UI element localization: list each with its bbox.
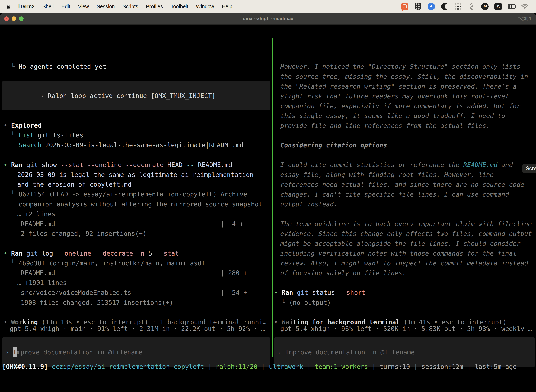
zoom-button[interactable]: [19, 16, 24, 21]
terminal-line: src/voice/voiceModeEnabled.ts: [21, 288, 131, 298]
menu-item-toolbelt[interactable]: Toolbelt: [167, 4, 192, 9]
iterm-window: omx --xhigh --madmax ⌥⌘1 › Ralph loop ac…: [0, 13, 536, 392]
menu-item-session[interactable]: Session: [93, 4, 119, 9]
terminal-line: … +2 lines: [17, 209, 55, 219]
window-shortcut: ⌥⌘1: [518, 16, 531, 22]
badge-icon-circle: [428, 3, 435, 10]
terminal-line: └ 067f154 (HEAD -> essay/ai-reimplementa…: [11, 189, 247, 199]
terminal-line: the "Related research writing" section i…: [280, 81, 517, 91]
chat-icon-box: [401, 3, 408, 10]
omx-status-line: [OMX#0.11.9] cczip/essay/ai-reimplementa…: [2, 362, 517, 372]
terminal-line: might be acceptable alongside the file l…: [280, 239, 520, 248]
menu-item-view[interactable]: View: [74, 4, 93, 9]
left-pane-status: gpt-5.4 xhigh · main · 91% left · 2.31M …: [10, 324, 265, 334]
terminal-line: slight risk that future readers may over…: [280, 91, 509, 101]
terminal-line: provide file and line references from th…: [280, 121, 490, 131]
chat-icon-tail: [402, 10, 404, 11]
left-input-placeholder: mprove documentation in @filename: [17, 347, 143, 357]
terminal-line: I could cite commit statistics or refere…: [280, 160, 513, 170]
window-title-bar[interactable]: omx --xhigh --madmax ⌥⌘1: [0, 13, 536, 25]
terminal-line: changes, I can't cite specific file line…: [280, 190, 509, 199]
menu-bar: iTerm2ShellEditViewSessionScriptsProfile…: [0, 0, 536, 13]
terminal-line: review. Also, I might want to inspect th…: [280, 258, 528, 268]
menu-item-help[interactable]: Help: [218, 4, 236, 9]
minimize-button[interactable]: [12, 16, 16, 21]
dots-grid-body: [455, 3, 462, 10]
battery-charging-icon[interactable]: [507, 2, 516, 10]
crescent-icon[interactable]: [441, 2, 449, 10]
right-input-chevron: ›: [274, 347, 285, 357]
terminal-line: the source tree, missing the essay. Stil…: [280, 72, 528, 81]
menu-bar-left: iTerm2ShellEditViewSessionScriptsProfile…: [0, 3, 236, 10]
battery-level: [508, 5, 510, 8]
close-button[interactable]: [4, 16, 9, 21]
terminal-line: | 280 +: [220, 268, 247, 278]
terminal-line: references need actual files, and since …: [280, 180, 524, 190]
apple-menu-icon[interactable]: [6, 3, 12, 10]
terminal-line: └ (no output): [281, 298, 331, 308]
menu-items: iTerm2ShellEditViewSessionScriptsProfile…: [14, 4, 236, 9]
menu-item-shell[interactable]: Shell: [38, 4, 58, 9]
percent-circle-icon[interactable]: ..61: [481, 2, 489, 10]
pane-divider[interactable]: [272, 37, 273, 357]
terminal-line: • Explored: [4, 121, 42, 130]
terminal-line: | 4 +: [220, 219, 243, 229]
terminal-line: The team guideline is to back every impo…: [280, 219, 532, 229]
right-input-placeholder: Improve documentation in @filename: [285, 347, 415, 357]
letter-badge: A: [494, 3, 502, 10]
terminal-line: companion analysis without altering the …: [19, 199, 262, 209]
menu-item-profiles[interactable]: Profiles: [142, 4, 167, 9]
menu-item-iterm2[interactable]: iTerm2: [14, 4, 38, 9]
menu-item-edit[interactable]: Edit: [57, 4, 74, 9]
chat-icon-inner: [402, 5, 407, 8]
screen-tooltip: Scre: [522, 164, 536, 173]
terminal-line: essay file, along with finding root file…: [280, 170, 494, 180]
crescent-body: [441, 3, 448, 10]
shield-grid-icon[interactable]: [414, 2, 422, 10]
terminal-line: Considering citation options: [280, 140, 387, 150]
letter-a-icon[interactable]: A: [494, 2, 502, 10]
squiggle-icon[interactable]: [467, 2, 475, 10]
terminal-line: README.md: [21, 219, 55, 229]
wifi-icon[interactable]: [521, 2, 529, 10]
menu-bar-status-icons: ..61 A: [401, 2, 536, 10]
menu-item-window[interactable]: Window: [192, 4, 218, 9]
terminal-line: this single essay, it seems like a good …: [280, 111, 505, 121]
tree-connector-line: [12, 170, 12, 190]
terminal-line: • Ran git log --oneline --decorate -n 5 …: [4, 248, 179, 258]
terminal-line: • Ran git status --short: [274, 288, 365, 298]
right-pane-status: gpt-5.4 xhigh · 96% left · 520K in · 5.8…: [280, 324, 532, 334]
terminal-line: 2 files changed, 92 insertions(+): [21, 229, 147, 238]
inject-prompt-text: Ralph loop active continue [OMX_TMUX_INJ…: [48, 92, 215, 99]
terminal-line: and-the-erosion-of-copyleft.md: [17, 179, 132, 189]
menu-item-scripts[interactable]: Scripts: [119, 4, 142, 9]
inject-prompt-box[interactable]: › Ralph loop active continue [OMX_TMUX_I…: [2, 81, 270, 111]
badge-icon[interactable]: [427, 2, 436, 10]
left-input-chevron: ›: [2, 347, 13, 357]
terminal-line: evidence. Since this change only affects…: [280, 229, 532, 239]
terminal-line: 2026-03-09-is-legal-the-same-as-legitima…: [17, 170, 257, 180]
terminal-line: However, I noticed the "Directory Struct…: [280, 62, 520, 71]
terminal-line: • Ran git show --stat --oneline --decora…: [4, 160, 232, 170]
window-title: omx --xhigh --madmax: [243, 16, 293, 21]
terminal-line: of focusing solely on file lines.: [280, 268, 406, 278]
terminal-line: README.md: [21, 268, 55, 278]
battery-body: [507, 4, 516, 9]
terminal-line: … +1901 lines: [17, 278, 67, 288]
percent-badge: ..61: [481, 3, 488, 10]
left-input-cursor: I: [13, 347, 17, 357]
terminal-line: output instead.: [280, 199, 337, 209]
terminal-line: └ No agents completed yet: [11, 62, 106, 71]
chat-icon[interactable]: [401, 2, 409, 10]
terminal-line: companion file, especially if more comme…: [280, 101, 520, 111]
terminal-area[interactable]: › Ralph loop active continue [OMX_TMUX_I…: [0, 37, 536, 392]
inject-prompt-chevron: ›: [40, 92, 48, 99]
terminal-line: Search 2026-03-09-is-legal-the-same-as-l…: [11, 140, 243, 150]
terminal-line: | 54 +: [220, 288, 247, 298]
terminal-line: └ 4b9d30f (origin/main, instructkr/main,…: [11, 258, 205, 268]
terminal-line: └ List git ls-files: [11, 130, 83, 140]
traffic-lights: [0, 16, 24, 21]
shield-grid-body: [415, 3, 421, 10]
dots-grid-icon[interactable]: [454, 2, 462, 10]
terminal-line: 1903 files changed, 513517 insertions(+): [21, 298, 173, 308]
